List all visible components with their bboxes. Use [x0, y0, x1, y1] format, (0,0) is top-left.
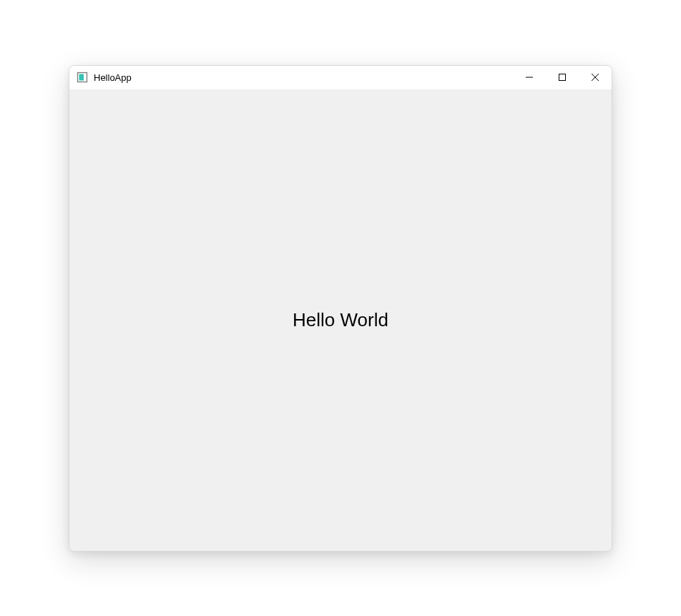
app-icon [77, 72, 88, 83]
client-area: Hello World [69, 90, 612, 551]
maximize-icon [559, 72, 566, 83]
greeting-label: Hello World [293, 309, 388, 331]
app-window: HelloApp Hello World [69, 65, 612, 552]
svg-rect-3 [559, 74, 566, 80]
minimize-icon [526, 72, 533, 83]
svg-rect-1 [79, 74, 84, 81]
close-icon [592, 72, 599, 83]
window-title: HelloApp [94, 72, 132, 83]
title-bar[interactable]: HelloApp [69, 66, 612, 90]
minimize-button[interactable] [513, 66, 546, 89]
maximize-button[interactable] [546, 66, 579, 89]
title-bar-left: HelloApp [77, 72, 132, 83]
window-controls [513, 66, 612, 89]
close-button[interactable] [579, 66, 612, 89]
